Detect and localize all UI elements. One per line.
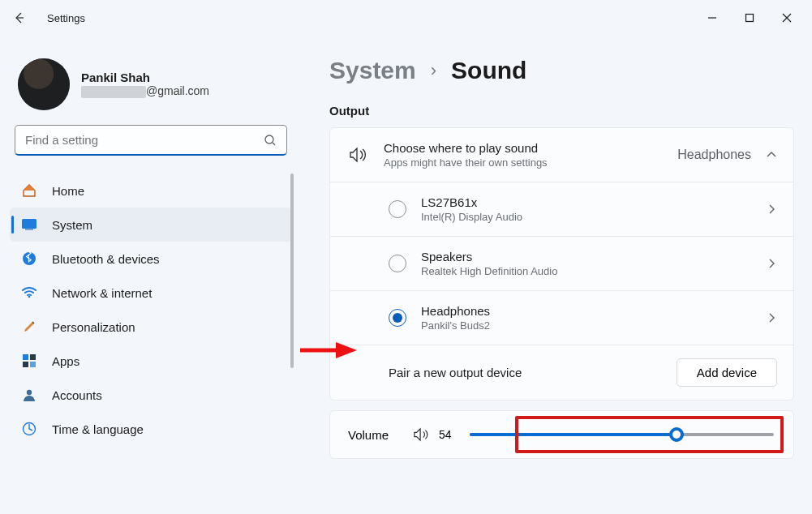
svg-point-10: [27, 390, 32, 395]
sidebar-item-label: Personalization: [52, 320, 135, 334]
nav-list: Home System Bluetooth & devices Network …: [10, 173, 292, 446]
sidebar-item-home[interactable]: Home: [10, 173, 292, 208]
chevron-right-icon: [766, 312, 777, 323]
sidebar-item-apps[interactable]: Apps: [10, 344, 292, 378]
svg-rect-3: [25, 229, 33, 230]
apps-icon: [21, 353, 37, 369]
output-card: Choose where to play sound Apps might ha…: [329, 127, 794, 400]
sidebar-item-label: Bluetooth & devices: [52, 252, 160, 266]
profile-block[interactable]: Pankil Shah @gmail.com: [10, 49, 292, 125]
volume-value: 54: [439, 428, 460, 441]
row-subtitle: Apps might have their own settings: [384, 156, 663, 169]
radio-button[interactable]: [389, 309, 406, 327]
pair-device-row: Pair a new output device Add device: [330, 345, 793, 400]
sidebar-item-label: Time & language: [52, 422, 144, 436]
section-output-label: Output: [329, 104, 794, 118]
page-title: Sound: [451, 57, 526, 84]
user-email: @gmail.com: [81, 84, 209, 98]
maximize-button[interactable]: [731, 5, 768, 31]
sidebar-item-label: Network & internet: [52, 286, 152, 300]
row-title: Choose where to play sound: [384, 141, 663, 155]
volume-label: Volume: [348, 428, 389, 442]
avatar: [18, 58, 70, 110]
sidebar-item-label: System: [52, 218, 92, 232]
choose-output-row[interactable]: Choose where to play sound Apps might ha…: [330, 128, 793, 182]
device-desc: Realtek High Definition Audio: [421, 265, 751, 277]
search-icon: [264, 134, 277, 147]
output-device-row[interactable]: LS27B61x Intel(R) Display Audio: [330, 182, 793, 236]
sidebar-item-network[interactable]: Network & internet: [10, 276, 292, 310]
back-button[interactable]: [6, 5, 32, 31]
sidebar-item-label: Home: [52, 184, 84, 198]
svg-point-5: [28, 296, 31, 298]
chevron-right-icon: [766, 258, 777, 269]
window-controls: [694, 5, 806, 31]
volume-slider[interactable]: [470, 426, 774, 443]
person-icon: [21, 387, 37, 403]
add-device-button[interactable]: Add device: [677, 358, 777, 387]
app-title: Settings: [47, 12, 85, 24]
sidebar: Pankil Shah @gmail.com Home System Bluet…: [0, 36, 300, 514]
svg-rect-6: [23, 354, 28, 360]
volume-controls: 54: [405, 422, 775, 448]
output-device-row[interactable]: Speakers Realtek High Definition Audio: [330, 236, 793, 290]
chevron-up-icon: [766, 149, 777, 161]
svg-point-1: [265, 135, 273, 143]
chevron-right-icon: ›: [431, 60, 436, 81]
user-name: Pankil Shah: [81, 71, 209, 84]
sidebar-item-accounts[interactable]: Accounts: [10, 378, 292, 412]
breadcrumb: System › Sound: [329, 57, 794, 84]
output-device-row[interactable]: Headphones Pankil's Buds2: [330, 290, 793, 345]
globe-clock-icon: [21, 421, 37, 437]
slider-thumb[interactable]: [669, 427, 684, 442]
volume-icon[interactable]: [413, 427, 429, 442]
svg-rect-7: [30, 354, 36, 360]
nav-scrollbar[interactable]: [290, 173, 294, 368]
bluetooth-icon: [21, 251, 37, 267]
device-name: Speakers: [421, 250, 751, 263]
main-content: System › Sound Output Choose where to pl…: [300, 36, 812, 514]
system-icon: [21, 216, 37, 233]
minimize-button[interactable]: [694, 5, 731, 31]
radio-button[interactable]: [389, 255, 406, 272]
home-icon: [21, 182, 37, 199]
wifi-icon: [21, 285, 37, 301]
volume-card: Volume 54: [329, 410, 794, 459]
chevron-right-icon: [766, 203, 777, 215]
close-button[interactable]: [768, 5, 806, 31]
svg-rect-0: [746, 15, 754, 22]
sidebar-item-label: Accounts: [52, 388, 102, 402]
breadcrumb-parent[interactable]: System: [329, 57, 416, 84]
search-input[interactable]: [25, 133, 264, 147]
sidebar-item-time-language[interactable]: Time & language: [10, 412, 292, 446]
sidebar-item-personalization[interactable]: Personalization: [10, 310, 292, 344]
device-name: LS27B61x: [421, 195, 751, 209]
titlebar: Settings: [0, 0, 812, 36]
device-desc: Pankil's Buds2: [421, 319, 751, 332]
device-name: Headphones: [421, 304, 751, 318]
search-box[interactable]: [15, 125, 287, 156]
sidebar-item-label: Apps: [52, 354, 79, 368]
arrow-left-icon: [13, 11, 26, 24]
device-desc: Intel(R) Display Audio: [421, 211, 751, 223]
speaker-icon: [346, 147, 369, 163]
sidebar-item-bluetooth[interactable]: Bluetooth & devices: [10, 242, 292, 276]
pair-label: Pair a new output device: [389, 366, 662, 379]
output-selected-value: Headphones: [677, 148, 751, 162]
sidebar-item-system[interactable]: System: [10, 208, 292, 242]
brush-icon: [21, 319, 37, 335]
svg-rect-2: [22, 219, 37, 229]
radio-button[interactable]: [389, 200, 406, 218]
svg-rect-8: [23, 362, 28, 367]
svg-rect-9: [30, 362, 36, 367]
